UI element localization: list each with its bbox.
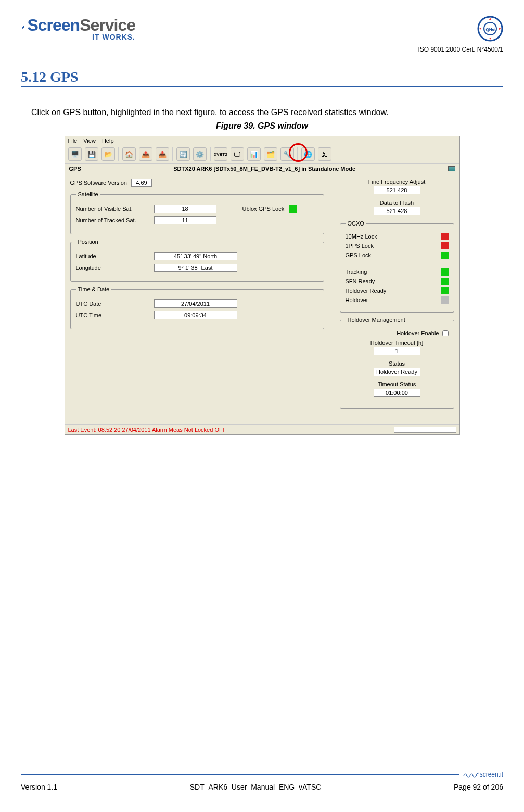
intro-paragraph: Click on GPS button, highlighted in the … [31,108,503,117]
ocxo-sfn-indicator [441,278,449,285]
ocxo-holdover-label: Holdover [346,297,368,303]
footer-logo: screen.it [463,770,503,779]
company-logo: ScreenService IT WORKS. [21,16,135,41]
holdover-status-label: Status [389,360,405,367]
satellite-legend: Satellite [76,191,100,197]
position-group: Position Latitude 45° 33' 49" North Long… [70,239,324,282]
menubar: File View Help [65,136,459,145]
footer-squiggle-icon [463,770,479,779]
fine-freq-value: 521,428 [374,186,420,194]
iqnet-badge-icon: IQNet [477,16,503,42]
toolbar-home-icon[interactable]: 🏠 [122,147,136,161]
utc-date-label: UTC Date [76,301,149,307]
toolbar-dvbt2-icon[interactable]: DVBT2 [214,147,227,161]
ublox-lock-indicator [289,205,297,213]
timeout-status-value: 01:00:00 [374,389,420,397]
toolbar-download-icon[interactable]: 📥 [156,147,169,161]
gps-version-value: 4.69 [131,179,152,187]
statusbar-progress [394,427,456,433]
data-flash-button[interactable]: 521,428 [374,207,420,215]
footer-logo-text: screen.it [480,771,503,778]
toolbar-layers-icon[interactable]: 🗂️ [264,147,277,161]
ocxo-10mhz-indicator [441,233,449,240]
panel-label: GPS [69,166,81,172]
ocxo-holdover-ready-label: Holdover Ready [346,288,387,294]
tracked-sat-value: 11 [154,216,216,224]
longitude-value: 9° 1' 38" East [154,264,237,272]
visible-sat-value: 18 [154,205,216,213]
ocxo-holdover-indicator [441,296,449,304]
ocxo-gps-indicator [441,252,449,259]
ocxo-1pps-label: 1PPS Lock [346,243,374,249]
toolbar: 🖥️ 💾 📂 🏠 📤 📥 🔄 ⚙️ DVBT2 🖵 📊 🗂️ 🔧 🌐 🖧 [65,145,459,164]
menu-file[interactable]: File [68,138,78,144]
section-heading: 5.12 GPS [21,69,503,87]
latitude-label: Latitude [76,253,149,259]
holdover-enable-checkbox[interactable] [442,330,449,336]
footer-page: Page 92 of 206 [454,783,503,791]
ocxo-holdover-ready-indicator [441,287,449,294]
toolbar-tools-icon[interactable]: 🔧 [280,147,294,161]
holdover-timeout-value[interactable]: 1 [374,347,420,355]
gps-version-label: GPS Software Version [70,180,127,186]
menu-view[interactable]: View [83,138,96,144]
window-state-icon[interactable] [448,166,455,171]
ublox-lock-label: Ublox GPS Lock [242,206,285,212]
holdover-mgmt-group: Holdover Management Holdover Enable Hold… [340,317,454,409]
position-legend: Position [76,239,100,245]
toolbar-save-icon[interactable]: 💾 [85,147,98,161]
toolbar-gps-icon[interactable]: 🌐 [301,147,315,161]
toolbar-connect-icon[interactable]: 🖥️ [68,147,82,161]
toolbar-gear-icon[interactable]: ⚙️ [193,147,207,161]
ocxo-gps-label: GPS Lock [346,252,372,258]
statusbar-event-text: Last Event: 08.52.20 27/04/2011 Alarm Me… [68,427,226,433]
menu-help[interactable]: Help [102,138,114,144]
toolbar-network-icon[interactable]: 🖧 [318,147,331,161]
footer-version: Version 1.1 [21,783,57,791]
holdover-enable-label: Holdover Enable [397,330,439,336]
toolbar-upload-icon[interactable]: 📤 [139,147,152,161]
device-title: SDTX20 ARK6 [SDTx50_8M_FE_DVB-T2_v1_6] i… [173,166,355,172]
ocxo-tracking-label: Tracking [346,269,367,275]
figure-caption: Figure 39. GPS window [21,121,503,131]
toolbar-chart-icon[interactable]: 📊 [247,147,261,161]
logo-screen-text: Screen [27,16,80,34]
svg-text:IQNet: IQNet [484,27,496,32]
latitude-value: 45° 33' 49" North [154,252,237,260]
ocxo-group: OCXO 10MHz Lock 1PPS Lock GPS Lock Track… [340,220,454,313]
app-window: File View Help 🖥️ 💾 📂 🏠 📤 📥 🔄 ⚙️ DVBT2 🖵… [65,136,460,435]
utc-time-value: 09:09:34 [154,311,237,319]
footer-docname: SDT_ARK6_User_Manual_ENG_vATSC [190,783,322,791]
iso-cert-text: ISO 9001:2000 Cert. N°4500/1 [418,46,503,53]
timedate-legend: Time & Date [76,286,112,292]
ocxo-1pps-indicator [441,242,449,249]
utc-time-label: UTC Time [76,312,149,318]
visible-sat-label: Number of Visible Sat. [76,206,149,212]
toolbar-open-icon[interactable]: 📂 [101,147,115,161]
utc-date-value: 27/04/2011 [154,299,237,308]
ocxo-sfn-label: SFN Ready [346,278,375,284]
logo-squiggle-icon [21,18,24,33]
data-flash-label: Data to Flash [380,199,414,206]
timeout-status-label: Timeout Status [378,381,416,388]
longitude-label: Longitude [76,265,149,271]
satellite-group: Satellite Number of Visible Sat. 18 Ublo… [70,191,324,234]
holdover-mgmt-legend: Holdover Management [346,317,407,323]
timedate-group: Time & Date UTC Date 27/04/2011 UTC Time… [70,286,324,329]
ocxo-10mhz-label: 10MHz Lock [346,233,377,240]
holdover-timeout-label: Holdover Timeout [h] [370,340,424,346]
ocxo-tracking-indicator [441,268,449,276]
logo-service-text: Service [80,16,135,34]
toolbar-refresh-icon[interactable]: 🔄 [176,147,190,161]
fine-freq-label: Fine Frequency Adjust [368,179,425,185]
holdover-status-value: Holdover Ready [374,368,420,376]
tracked-sat-label: Number of Tracked Sat. [76,217,149,223]
toolbar-monitor-icon[interactable]: 🖵 [231,147,244,161]
ocxo-legend: OCXO [346,220,366,227]
